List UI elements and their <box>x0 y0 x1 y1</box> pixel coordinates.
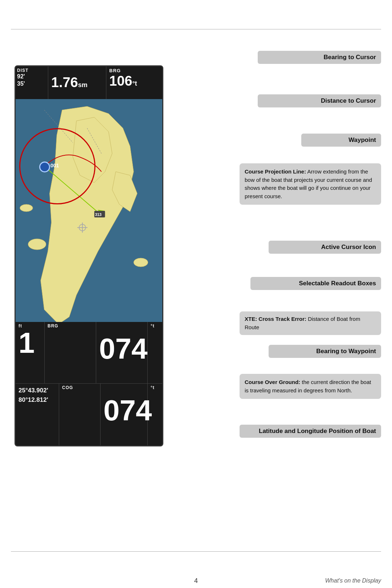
rb-coord-cell: 25°43.902' 80°12.812' <box>16 384 59 445</box>
dist-value: 1.76sm <box>51 75 103 90</box>
coord1: 25°43.902' <box>19 386 56 395</box>
rb-074b-value: 074 <box>103 385 144 425</box>
svg-point-5 <box>20 204 33 212</box>
dist-small-cell: DIST 92' 35' <box>16 66 48 99</box>
rb-ft-cell: ft 1 <box>16 322 45 383</box>
cog-title: Course Over Ground: <box>245 379 300 385</box>
active-cursor-label: Active Cursor Icon <box>269 241 381 254</box>
brg-cell: BRG 106°t <box>106 66 162 99</box>
course-projection-box: Course Projection Line: Arrow extending … <box>240 163 381 205</box>
boat-icon <box>39 162 50 172</box>
top-rule <box>11 29 381 29</box>
dist-label: DIST <box>17 68 46 73</box>
rb-cog-label: COG <box>62 385 97 390</box>
bearing-cursor-label: Bearing to Cursor <box>258 51 381 64</box>
dist-main-cell: 1.76sm <box>48 66 106 99</box>
xte-box: XTE: Cross Track Error: Distance of Boat… <box>240 311 381 335</box>
rb-deg-cell: °t <box>148 322 162 383</box>
rb-brg2-label: BRG <box>48 323 93 328</box>
brg-value: 106°t <box>109 74 159 89</box>
dist-small2: 35' <box>17 81 46 87</box>
brg-label: BRG <box>109 68 159 74</box>
land-svg: 313 <box>16 99 162 324</box>
footer-caption: What's on the Display <box>325 577 381 584</box>
footer-page-number: 4 <box>194 577 198 585</box>
cog-box: Course Over Ground: the current directio… <box>240 374 381 399</box>
bearing-waypoint-label: Bearing to Waypoint <box>269 345 381 358</box>
latlon-label: Latitude and Longitude Position of Boat <box>240 425 381 438</box>
coord2: 80°12.812' <box>19 395 56 405</box>
boat-text: 001 <box>50 163 59 168</box>
rb-074-cell: 074 <box>96 322 148 383</box>
waypoint-label: Waypoint <box>301 134 381 147</box>
cursor-icon <box>77 222 87 233</box>
course-projection-title: Course Projection Line: <box>245 168 306 175</box>
distance-cursor-label: Distance to Cursor <box>258 94 381 107</box>
dist-small1: 92' <box>17 73 46 81</box>
rb-ft-value: 1 <box>19 328 41 358</box>
xte-title: XTE: Cross Track Error: <box>245 316 306 322</box>
svg-point-4 <box>134 258 148 267</box>
main-content: DIST 92' 35' 1.76sm BRG 106°t <box>0 36 392 548</box>
rb-074-value: 074 <box>99 323 144 363</box>
readout-bottom-top: ft 1 BRG 074 °t <box>16 322 162 384</box>
gps-screen: DIST 92' 35' 1.76sm BRG 106°t <box>15 65 163 446</box>
svg-point-3 <box>28 239 46 250</box>
rb-074b-cell: 074 <box>101 384 148 445</box>
bottom-rule <box>11 551 381 552</box>
readout-bottom-btm: 25°43.902' 80°12.812' COG 074 °t <box>16 384 162 445</box>
rb-deg2-label: °t <box>151 385 159 390</box>
rb-deg2-cell: °t <box>148 384 162 445</box>
map-area: 313 001 <box>16 99 162 324</box>
rb-deg-label: °t <box>151 323 159 328</box>
selectable-readout-label: Selectable Readout Boxes <box>250 277 381 290</box>
rb-cog-cell: COG <box>59 384 101 445</box>
readout-bottom: ft 1 BRG 074 °t 25°43.902' 80°12.812' <box>16 322 162 445</box>
readout-top: DIST 92' 35' 1.76sm BRG 106°t <box>16 66 162 99</box>
rb-brg-cell: BRG <box>45 322 96 383</box>
svg-text:313: 313 <box>95 212 102 217</box>
